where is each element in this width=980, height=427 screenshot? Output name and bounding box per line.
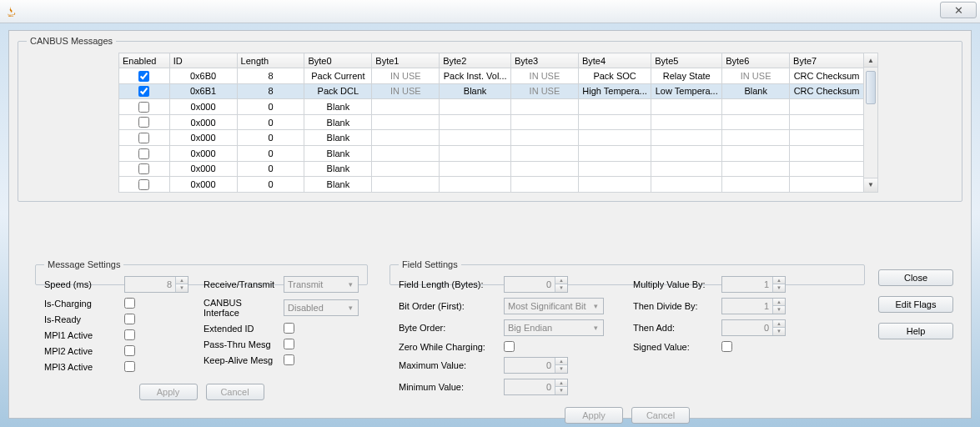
row-byte-cell[interactable]: Blank (304, 145, 372, 161)
row-byte-cell[interactable] (651, 130, 722, 146)
row-byte-cell[interactable] (790, 161, 864, 177)
row-byte-cell[interactable] (722, 161, 790, 177)
table-row[interactable]: 0x0000Blank (119, 114, 864, 130)
canbus-table[interactable]: EnabledIDLengthByte0Byte1Byte2Byte3Byte4… (118, 53, 864, 193)
multiply-spinner[interactable]: ▲▼ (721, 276, 786, 293)
table-row[interactable]: 0x0000Blank (119, 161, 864, 177)
row-byte-cell[interactable]: Blank (304, 114, 372, 130)
chevron-up-icon[interactable]: ▲ (773, 299, 785, 306)
table-row[interactable]: 0x6B08Pack CurrentIN USEPack Inst. Vol..… (119, 68, 864, 84)
row-enabled-checkbox[interactable] (138, 133, 149, 143)
row-byte-cell[interactable]: Pack DCL (304, 83, 372, 99)
row-byte-cell[interactable]: Pack Current (304, 68, 372, 84)
row-byte-cell[interactable] (440, 161, 511, 177)
table-row[interactable]: 0x0000Blank (119, 130, 864, 146)
msg-cancel-button[interactable]: Cancel (206, 384, 264, 400)
row-byte-cell[interactable]: IN USE (372, 83, 440, 99)
row-byte-cell[interactable] (722, 145, 790, 161)
row-byte-cell[interactable] (578, 145, 651, 161)
chevron-up-icon[interactable]: ▲ (773, 320, 785, 328)
column-header[interactable]: Enabled (119, 53, 170, 68)
row-enabled-checkbox[interactable] (138, 71, 149, 82)
byte-order-select[interactable]: Big Endian (504, 319, 604, 336)
table-row[interactable]: 0x0000Blank (119, 99, 864, 115)
row-byte-cell[interactable] (372, 99, 440, 115)
extid-checkbox[interactable] (284, 323, 294, 334)
row-byte-cell[interactable]: Blank (440, 83, 511, 99)
canbus-iface-select[interactable]: Disabled (284, 299, 359, 316)
add-spinner[interactable]: ▲▼ (721, 319, 786, 336)
chevron-down-icon[interactable]: ▼ (555, 365, 567, 373)
column-header[interactable]: Byte2 (440, 53, 511, 68)
rx-tx-select[interactable]: Transmit (284, 276, 359, 293)
row-byte-cell[interactable] (790, 114, 864, 130)
row-enabled-checkbox[interactable] (138, 102, 149, 113)
row-byte-cell[interactable] (440, 99, 511, 115)
row-byte-cell[interactable]: IN USE (372, 68, 440, 84)
row-byte-cell[interactable] (722, 99, 790, 115)
chevron-up-icon[interactable]: ▲ (176, 277, 188, 284)
row-byte-cell[interactable] (510, 130, 578, 146)
max-value-spinner[interactable]: ▲▼ (504, 357, 568, 374)
row-byte-cell[interactable] (510, 145, 578, 161)
close-button[interactable]: Close (878, 269, 953, 286)
row-byte-cell[interactable] (440, 114, 511, 130)
row-byte-cell[interactable] (722, 114, 790, 130)
signed-checkbox[interactable] (721, 341, 732, 352)
isready-checkbox[interactable] (124, 314, 135, 324)
scroll-thumb[interactable] (866, 71, 876, 104)
speed-spinner[interactable]: ▲▼ (124, 276, 188, 293)
row-byte-cell[interactable] (510, 161, 578, 177)
row-byte-cell[interactable]: Relay State (651, 68, 722, 84)
column-header[interactable]: Byte3 (510, 53, 578, 68)
row-enabled-checkbox[interactable] (138, 117, 149, 128)
row-byte-cell[interactable]: Blank (722, 83, 790, 99)
row-byte-cell[interactable] (722, 130, 790, 146)
row-byte-cell[interactable]: Blank (304, 130, 372, 146)
row-byte-cell[interactable] (790, 177, 864, 193)
min-value-spinner[interactable]: ▲▼ (504, 379, 568, 395)
row-byte-cell[interactable]: Low Tempera... (651, 83, 722, 99)
row-byte-cell[interactable]: Blank (304, 161, 372, 177)
chevron-up-icon[interactable]: ▲ (555, 277, 567, 284)
chevron-up-icon[interactable]: ▲ (555, 379, 567, 387)
row-byte-cell[interactable] (651, 161, 722, 177)
row-enabled-checkbox[interactable] (138, 86, 149, 97)
row-byte-cell[interactable]: Blank (304, 177, 372, 193)
keepalive-checkbox[interactable] (284, 354, 294, 365)
row-byte-cell[interactable]: IN USE (510, 83, 578, 99)
row-byte-cell[interactable] (578, 161, 651, 177)
column-header[interactable]: Byte0 (304, 53, 372, 68)
chevron-up-icon[interactable]: ▲ (555, 358, 567, 365)
row-byte-cell[interactable] (372, 177, 440, 193)
scroll-up-icon[interactable]: ▲ (864, 53, 877, 68)
row-byte-cell[interactable] (510, 114, 578, 130)
chevron-down-icon[interactable]: ▼ (773, 306, 785, 314)
row-byte-cell[interactable]: IN USE (510, 68, 578, 84)
table-row[interactable]: 0x0000Blank (119, 177, 864, 193)
row-byte-cell[interactable]: IN USE (722, 68, 790, 84)
column-header[interactable]: Byte4 (578, 53, 651, 68)
chevron-down-icon[interactable]: ▼ (555, 284, 567, 292)
table-row[interactable]: 0x6B18Pack DCLIN USEBlankIN USEHigh Temp… (119, 83, 864, 99)
row-byte-cell[interactable] (510, 177, 578, 193)
row-byte-cell[interactable] (578, 177, 651, 193)
scroll-down-icon[interactable]: ▼ (864, 178, 877, 192)
help-button[interactable]: Help (878, 323, 953, 339)
row-byte-cell[interactable]: CRC Checksum (790, 68, 864, 84)
row-byte-cell[interactable] (372, 114, 440, 130)
window-close-button[interactable]: ✕ (940, 2, 977, 18)
row-enabled-checkbox[interactable] (138, 148, 149, 159)
table-row[interactable]: 0x0000Blank (119, 145, 864, 161)
bit-order-select[interactable]: Most Significant Bit (504, 298, 604, 314)
speed-input[interactable] (125, 279, 175, 289)
ischarging-checkbox[interactable] (124, 298, 135, 309)
column-header[interactable]: Byte1 (372, 53, 440, 68)
row-byte-cell[interactable] (651, 177, 722, 193)
chevron-down-icon[interactable]: ▼ (773, 328, 785, 335)
row-byte-cell[interactable]: High Tempera... (578, 83, 651, 99)
chevron-up-icon[interactable]: ▲ (773, 277, 785, 284)
row-byte-cell[interactable]: Blank (304, 99, 372, 115)
passthru-checkbox[interactable] (284, 339, 294, 349)
row-enabled-checkbox[interactable] (138, 163, 149, 174)
